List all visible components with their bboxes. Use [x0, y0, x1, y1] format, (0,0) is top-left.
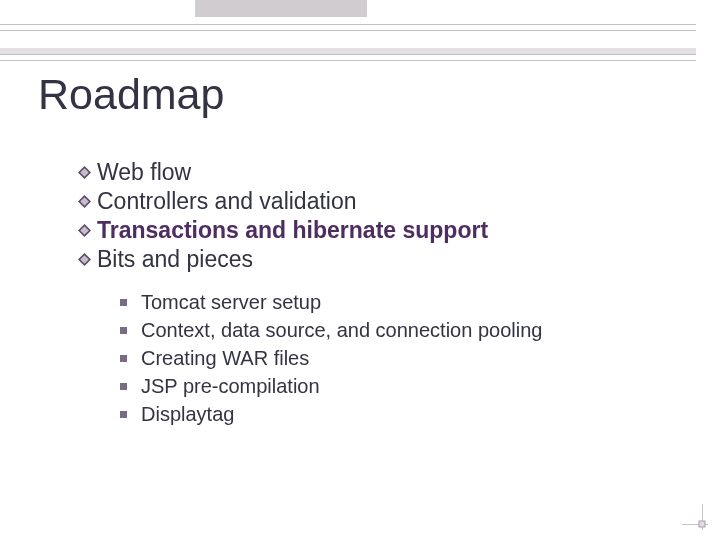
sub-list-item: JSP pre-compilation [120, 372, 542, 400]
square-bullet-icon [120, 299, 127, 306]
diamond-bullet-icon [78, 195, 91, 208]
diamond-bullet-icon [78, 253, 91, 266]
sub-list-item: Context, data source, and connection poo… [120, 316, 542, 344]
sub-list-item: Displaytag [120, 400, 542, 428]
sub-list-item-text: Displaytag [141, 400, 234, 428]
sub-list-item-text: JSP pre-compilation [141, 372, 320, 400]
list-item-text: Controllers and validation [97, 187, 357, 216]
slide-body: Web flow Controllers and validation Tran… [78, 158, 542, 428]
corner-ornament-icon [682, 504, 708, 530]
list-item-text: Transactions and hibernate support [97, 216, 488, 245]
sub-list-item: Creating WAR files [120, 344, 542, 372]
diamond-bullet-icon [78, 166, 91, 179]
slide: Roadmap Web flow Controllers and validat… [0, 0, 720, 540]
slide-title: Roadmap [38, 70, 224, 119]
svg-rect-10 [699, 521, 705, 527]
sub-list-item-text: Context, data source, and connection poo… [141, 316, 542, 344]
sub-list-item-text: Creating WAR files [141, 344, 309, 372]
sub-list-item: Tomcat server setup [120, 288, 542, 316]
sub-list: Tomcat server setup Context, data source… [120, 288, 542, 428]
list-item-text: Bits and pieces [97, 245, 253, 274]
square-bullet-icon [120, 411, 127, 418]
square-bullet-icon [120, 383, 127, 390]
list-item: Bits and pieces [78, 245, 542, 274]
diamond-bullet-icon [78, 224, 91, 237]
list-item-current: Transactions and hibernate support [78, 216, 542, 245]
rule-line [0, 24, 696, 26]
list-item-text: Web flow [97, 158, 191, 187]
decorative-top-bar [195, 0, 367, 17]
list-item: Controllers and validation [78, 187, 542, 216]
rule-line [0, 60, 696, 62]
square-bullet-icon [120, 327, 127, 334]
rule-line [0, 30, 696, 32]
square-bullet-icon [120, 355, 127, 362]
list-item: Web flow [78, 158, 542, 187]
sub-list-item-text: Tomcat server setup [141, 288, 321, 316]
rule-line [0, 54, 696, 56]
